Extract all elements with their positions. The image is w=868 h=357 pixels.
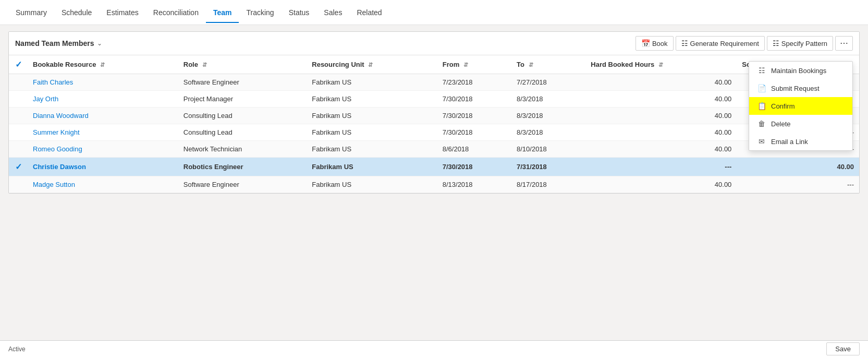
resource-link[interactable]: Jay Orth bbox=[33, 95, 58, 103]
resource-link[interactable]: Summer Knight bbox=[33, 128, 80, 136]
book-button[interactable]: 📅 Book bbox=[635, 36, 674, 51]
chevron-down-icon[interactable]: ⌄ bbox=[97, 40, 102, 47]
cell-soft-hours: --- bbox=[737, 176, 859, 193]
save-button[interactable]: Save bbox=[826, 342, 860, 355]
col-role: Role ⇵ bbox=[178, 55, 307, 74]
dropdown-item-delete[interactable]: 🗑Delete bbox=[749, 115, 852, 133]
context-dropdown-menu: ☷Maintain Bookings📄Submit Request📋Confir… bbox=[749, 61, 853, 151]
nav-item-tracking[interactable]: Tracking bbox=[239, 2, 281, 23]
sort-icon-from[interactable]: ⇵ bbox=[463, 62, 468, 68]
row-checkbox[interactable]: ✓ bbox=[9, 158, 28, 176]
col-bookable-resource: Bookable Resource ⇵ bbox=[28, 55, 178, 74]
table-row[interactable]: ✓Christie DawsonRobotics EngineerFabrika… bbox=[9, 158, 859, 176]
cell-resource: Faith Charles bbox=[28, 74, 178, 91]
card-header-left: Named Team Members ⌄ bbox=[15, 39, 102, 47]
sort-icon-unit[interactable]: ⇵ bbox=[368, 62, 373, 68]
card-header-right: 📅 Book ☷ Generate Requirement ☷ Specify … bbox=[635, 36, 853, 51]
nav-item-related[interactable]: Related bbox=[349, 2, 389, 23]
generate-requirement-button[interactable]: ☷ Generate Requirement bbox=[676, 36, 765, 51]
nav-item-summary[interactable]: Summary bbox=[8, 2, 54, 23]
cell-to: 7/27/2018 bbox=[511, 74, 585, 91]
dropdown-item-label: Confirm bbox=[771, 102, 795, 110]
trash-icon: 🗑 bbox=[757, 120, 766, 128]
cell-hard-hours: 40.00 bbox=[585, 124, 737, 141]
dropdown-item-label: Maintain Bookings bbox=[771, 67, 826, 75]
cell-hard-hours: 40.00 bbox=[585, 91, 737, 108]
team-members-table: ✓ Bookable Resource ⇵ Role ⇵ Resourcing … bbox=[9, 55, 859, 193]
sort-icon-resource[interactable]: ⇵ bbox=[100, 62, 105, 68]
table-row[interactable]: Romeo GoodingNetwork TechnicianFabrikam … bbox=[9, 141, 859, 158]
row-checkbox[interactable] bbox=[9, 176, 28, 193]
grid-icon: ☷ bbox=[757, 66, 766, 75]
cell-from: 8/6/2018 bbox=[437, 141, 511, 158]
table-row[interactable]: Summer KnightConsulting LeadFabrikam US7… bbox=[9, 124, 859, 141]
cell-from: 7/30/2018 bbox=[437, 158, 511, 176]
cell-role: Network Technician bbox=[178, 141, 307, 158]
nav-item-sales[interactable]: Sales bbox=[316, 2, 349, 23]
sort-icon-hard[interactable]: ⇵ bbox=[658, 62, 663, 68]
row-checkbox[interactable] bbox=[9, 124, 28, 141]
calendar-icon: 📅 bbox=[641, 39, 650, 47]
table-row[interactable]: Faith CharlesSoftware EngineerFabrikam U… bbox=[9, 74, 859, 91]
row-checkbox[interactable] bbox=[9, 91, 28, 108]
cell-unit: Fabrikam US bbox=[307, 141, 437, 158]
clipboard-icon: 📋 bbox=[757, 102, 766, 110]
doc-icon: 📄 bbox=[757, 84, 766, 92]
cell-role: Software Engineer bbox=[178, 176, 307, 193]
table-row[interactable]: Madge SuttonSoftware EngineerFabrikam US… bbox=[9, 176, 859, 193]
col-resourcing-unit: Resourcing Unit ⇵ bbox=[307, 55, 437, 74]
table-row[interactable]: Dianna WoodwardConsulting LeadFabrikam U… bbox=[9, 108, 859, 124]
resource-link[interactable]: Faith Charles bbox=[33, 78, 73, 86]
sort-icon-role[interactable]: ⇵ bbox=[202, 62, 207, 68]
status-bar: Active Save bbox=[0, 340, 868, 357]
row-checkbox[interactable] bbox=[9, 74, 28, 91]
generate-icon: ☷ bbox=[681, 39, 688, 47]
cell-to: 7/31/2018 bbox=[511, 158, 585, 176]
dropdown-item-email-a-link[interactable]: ✉Email a Link bbox=[749, 133, 852, 150]
table-header-row: ✓ Bookable Resource ⇵ Role ⇵ Resourcing … bbox=[9, 55, 859, 74]
cell-role: Consulting Lead bbox=[178, 108, 307, 124]
checkmark-icon: ✓ bbox=[15, 162, 22, 171]
resource-link[interactable]: Dianna Woodward bbox=[33, 112, 89, 120]
dropdown-item-label: Email a Link bbox=[771, 138, 808, 146]
dropdown-item-maintain-bookings[interactable]: ☷Maintain Bookings bbox=[749, 62, 852, 79]
card-header: Named Team Members ⌄ 📅 Book ☷ Generate R… bbox=[9, 32, 859, 55]
resource-link[interactable]: Christie Dawson bbox=[33, 163, 86, 171]
main-content: Named Team Members ⌄ 📅 Book ☷ Generate R… bbox=[0, 25, 868, 340]
row-checkbox[interactable] bbox=[9, 141, 28, 158]
cell-to: 8/3/2018 bbox=[511, 91, 585, 108]
cell-from: 7/30/2018 bbox=[437, 108, 511, 124]
cell-role: Robotics Engineer bbox=[178, 158, 307, 176]
cell-unit: Fabrikam US bbox=[307, 158, 437, 176]
team-members-card: Named Team Members ⌄ 📅 Book ☷ Generate R… bbox=[8, 31, 860, 194]
sort-icon-to[interactable]: ⇵ bbox=[529, 62, 533, 68]
nav-item-estimates[interactable]: Estimates bbox=[99, 2, 145, 23]
cell-to: 8/10/2018 bbox=[511, 141, 585, 158]
specify-pattern-button[interactable]: ☷ Specify Pattern bbox=[767, 36, 833, 51]
cell-soft-hours: 40.00 bbox=[737, 158, 859, 176]
table-row[interactable]: Jay OrthProject ManagerFabrikam US7/30/2… bbox=[9, 91, 859, 108]
nav-item-status[interactable]: Status bbox=[282, 2, 317, 23]
cell-from: 7/30/2018 bbox=[437, 91, 511, 108]
cell-to: 8/17/2018 bbox=[511, 176, 585, 193]
resource-link[interactable]: Madge Sutton bbox=[33, 181, 75, 188]
nav-item-schedule[interactable]: Schedule bbox=[54, 2, 99, 23]
select-all-header[interactable]: ✓ bbox=[9, 55, 28, 74]
cell-resource: Romeo Gooding bbox=[28, 141, 178, 158]
cell-resource: Madge Sutton bbox=[28, 176, 178, 193]
cell-from: 7/30/2018 bbox=[437, 124, 511, 141]
cell-unit: Fabrikam US bbox=[307, 91, 437, 108]
cell-from: 7/23/2018 bbox=[437, 74, 511, 91]
nav-item-reconciliation[interactable]: Reconciliation bbox=[146, 2, 206, 23]
more-options-button[interactable]: ⋯ bbox=[835, 36, 853, 51]
row-checkbox[interactable] bbox=[9, 108, 28, 124]
cell-unit: Fabrikam US bbox=[307, 74, 437, 91]
dropdown-item-submit-request[interactable]: 📄Submit Request bbox=[749, 79, 852, 97]
resource-link[interactable]: Romeo Gooding bbox=[33, 145, 82, 153]
cell-hard-hours: 40.00 bbox=[585, 74, 737, 91]
nav-item-team[interactable]: Team bbox=[206, 2, 239, 23]
dropdown-item-label: Submit Request bbox=[771, 85, 820, 92]
card-title: Named Team Members bbox=[15, 39, 94, 47]
cell-resource: Dianna Woodward bbox=[28, 108, 178, 124]
dropdown-item-confirm[interactable]: 📋Confirm bbox=[749, 97, 852, 115]
